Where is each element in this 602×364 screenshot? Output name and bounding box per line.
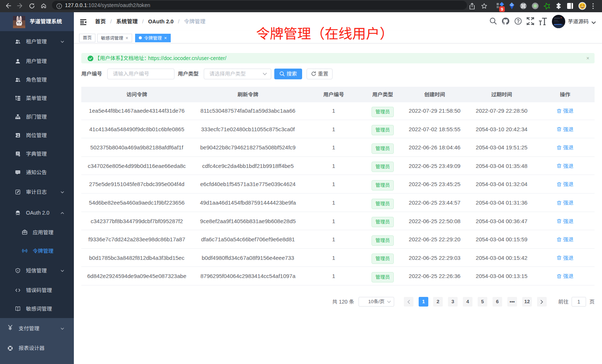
svg-text:9: 9 [501, 7, 503, 11]
